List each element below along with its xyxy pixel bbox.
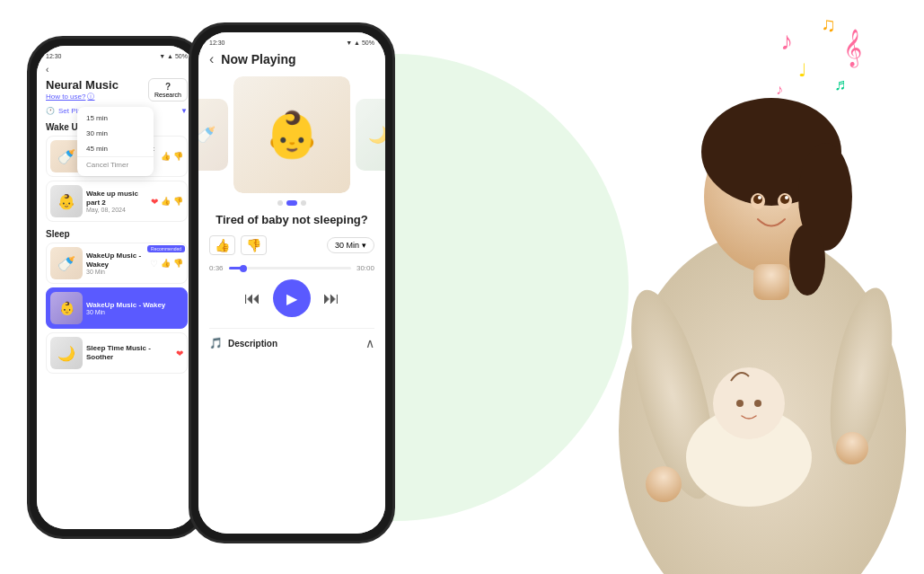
sleep-card-info-2: WakeUp Music - Wakey 30 Min bbox=[83, 301, 183, 316]
right-phone: 12:30 ▼ ▲ 50% ‹ Now Playing 🍼 👶 🌙 bbox=[189, 22, 395, 543]
player-main-controls: ⏮ ▶ ⏭ bbox=[209, 279, 374, 317]
heart-icon-sleep-1[interactable]: ♡ bbox=[150, 259, 158, 269]
carousel-dots bbox=[209, 200, 374, 206]
chevron-up-icon[interactable]: ∧ bbox=[365, 336, 374, 350]
timer-dropdown: 15 min 30 min 45 min Cancel Timer bbox=[77, 107, 154, 176]
svg-text:♪: ♪ bbox=[776, 82, 783, 97]
carousel-right: 🌙 bbox=[356, 99, 385, 171]
sleep-baby-image-1: 🍼 bbox=[50, 247, 83, 279]
timer-45min[interactable]: 45 min bbox=[77, 141, 154, 156]
image-carousel: 🍼 👶 🌙 bbox=[209, 76, 374, 193]
thumbdown-icon-s1[interactable]: 👎 bbox=[173, 259, 183, 268]
sleep-card-title-2: WakeUp Music - Wakey bbox=[86, 301, 180, 310]
player-controls-row: 👍 👎 30 Min ▾ bbox=[209, 235, 374, 255]
status-bar-left: 12:30 ▼ ▲ 50% bbox=[46, 53, 188, 59]
svg-rect-17 bbox=[753, 264, 789, 300]
sleep-card-thumbnail-3: 🌙 bbox=[50, 337, 83, 369]
now-playing-header: ‹ Now Playing bbox=[209, 51, 374, 67]
skip-back-button[interactable]: ⏮ bbox=[244, 289, 260, 308]
sleep-card-3[interactable]: 🌙 Sleep Time Music - Soother ❤ bbox=[46, 332, 188, 374]
left-phone: 12:30 ▼ ▲ 50% ‹ Neural Music How to use?… bbox=[27, 36, 207, 539]
right-battery: ▼ ▲ 50% bbox=[346, 40, 374, 46]
progress-thumb bbox=[240, 265, 247, 272]
card-thumbnail-2: 👶 bbox=[50, 185, 83, 217]
sleep-card-sub-1: 30 Min bbox=[86, 269, 146, 275]
play-icon: ▶ bbox=[286, 290, 297, 307]
svg-text:♫: ♫ bbox=[821, 13, 836, 36]
sleep-card-info-3: Sleep Time Music - Soother bbox=[83, 344, 176, 361]
dot-3 bbox=[301, 200, 306, 206]
sleep-card-thumbnail-2: 👶 bbox=[50, 292, 83, 324]
research-button[interactable]: ? Research bbox=[148, 78, 188, 102]
heart-icon-2[interactable]: ❤ bbox=[151, 197, 158, 207]
heart-icon-sleep-3[interactable]: ❤ bbox=[176, 349, 183, 358]
wake-up-card-2[interactable]: 👶 Wake up music part 2 May, 08, 2024 ❤ 👍… bbox=[46, 181, 188, 222]
music-note-icon: 🎵 bbox=[209, 337, 223, 349]
like-dislike-controls: 👍 👎 bbox=[209, 235, 267, 255]
svg-point-10 bbox=[789, 224, 825, 296]
play-pause-button[interactable]: ▶ bbox=[273, 279, 311, 317]
back-button[interactable]: ‹ bbox=[46, 65, 188, 75]
sleep-card-1[interactable]: Recommended 🍼 WakeUp Music - Wakey 30 Mi… bbox=[46, 243, 188, 284]
back-button-right[interactable]: ‹ bbox=[209, 51, 214, 67]
skip-forward-button[interactable]: ⏭ bbox=[323, 289, 339, 308]
right-time: 12:30 bbox=[209, 40, 225, 46]
svg-text:♩: ♩ bbox=[798, 60, 806, 80]
sleep-card-2-selected[interactable]: 👶 WakeUp Music - Wakey 30 Min bbox=[46, 287, 188, 329]
timer-cancel[interactable]: Cancel Timer bbox=[77, 156, 154, 172]
app-header: Neural Music How to use? ⓘ ? Research bbox=[46, 78, 188, 102]
description-left: 🎵 Description bbox=[209, 337, 277, 349]
thumbup-icon-1[interactable]: 👍 bbox=[161, 152, 171, 161]
timer-label: 30 Min bbox=[335, 241, 359, 250]
question-icon: ? bbox=[165, 82, 171, 92]
mother-section bbox=[583, 53, 924, 574]
svg-point-13 bbox=[753, 195, 762, 204]
baby-image-2: 👶 bbox=[50, 185, 83, 217]
timer-button[interactable]: 30 Min ▾ bbox=[327, 237, 374, 253]
svg-point-16 bbox=[785, 196, 788, 199]
card-info-2: Wake up music part 2 May, 08, 2024 bbox=[83, 190, 151, 213]
track-title: Tired of baby not sleeping? bbox=[209, 213, 374, 226]
chevron-down-icon: ▾ bbox=[362, 241, 366, 250]
svg-point-22 bbox=[736, 400, 744, 407]
sleep-card-actions-1: ♡ 👍 👎 bbox=[150, 259, 183, 269]
card-actions-2: ❤ 👍 👎 bbox=[151, 197, 183, 207]
svg-point-21 bbox=[713, 367, 785, 439]
progress-bar[interactable] bbox=[229, 267, 351, 269]
now-playing-title: Now Playing bbox=[221, 52, 295, 66]
sleep-section-title: Sleep bbox=[46, 229, 188, 239]
dot-1 bbox=[277, 200, 283, 206]
time-display: 12:30 bbox=[46, 53, 62, 59]
sleep-card-sub-2: 30 Min bbox=[86, 309, 180, 315]
card-title-2: Wake up music part 2 bbox=[86, 190, 147, 207]
thumbdown-icon-2[interactable]: 👎 bbox=[173, 197, 183, 206]
dislike-button[interactable]: 👎 bbox=[241, 235, 267, 255]
svg-point-14 bbox=[780, 195, 789, 204]
progress-bar-container: 0:36 30:00 bbox=[209, 264, 374, 272]
sleep-card-title-1: WakeUp Music - Wakey bbox=[86, 252, 146, 269]
timer-30min[interactable]: 30 min bbox=[77, 126, 154, 141]
carousel-left: 🍼 bbox=[198, 99, 228, 171]
svg-point-24 bbox=[646, 466, 682, 502]
sleep-card-info-1: WakeUp Music - Wakey 30 Min bbox=[83, 252, 150, 275]
how-to-link[interactable]: How to use? ⓘ bbox=[46, 92, 119, 102]
description-section: 🎵 Description ∧ bbox=[209, 328, 374, 350]
filter-icon[interactable]: ▼ bbox=[180, 107, 188, 115]
thumbup-icon-2[interactable]: 👍 bbox=[161, 197, 171, 206]
clock-icon: 🕐 bbox=[46, 107, 55, 115]
svg-text:𝄞: 𝄞 bbox=[843, 29, 862, 68]
sleep-card-thumbnail-1: 🍼 bbox=[50, 247, 83, 279]
timer-15min[interactable]: 15 min bbox=[77, 110, 154, 126]
recommended-badge: Recommended bbox=[147, 245, 185, 252]
like-button[interactable]: 👍 bbox=[209, 235, 235, 255]
svg-text:♪: ♪ bbox=[780, 27, 793, 55]
dot-2 bbox=[286, 200, 297, 206]
battery-signal: ▼ ▲ 50% bbox=[159, 53, 188, 59]
thumbup-icon-s1[interactable]: 👍 bbox=[161, 259, 171, 268]
card-actions-1: 👍 👎 bbox=[161, 152, 183, 161]
time-current: 0:36 bbox=[209, 264, 224, 272]
time-total: 30:00 bbox=[356, 264, 374, 272]
card-sub-2: May, 08, 2024 bbox=[86, 207, 147, 213]
svg-point-23 bbox=[754, 400, 761, 407]
thumbdown-icon-1[interactable]: 👎 bbox=[173, 152, 183, 161]
